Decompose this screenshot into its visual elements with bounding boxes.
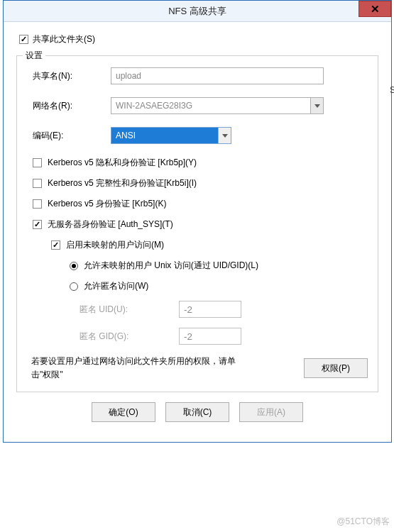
auth-krb5p-label[interactable]: Kerberos v5 隐私和身份验证 [Krb5p](Y) xyxy=(48,157,197,169)
ok-button[interactable]: 确定(O) xyxy=(92,402,155,422)
dialog-footer: 确定(O) 取消(C) 应用(A) xyxy=(16,392,378,432)
encoding-row: 编码(E): ANSI xyxy=(27,127,368,144)
share-name-row: 共享名(N): xyxy=(27,67,368,84)
radio-unix[interactable] xyxy=(70,262,78,270)
anon-gid-label: 匿名 GID(G): xyxy=(80,331,179,343)
close-icon: ✕ xyxy=(371,3,380,16)
auth-sys-label[interactable]: 无服务器身份验证 [Auth_SYS](T) xyxy=(48,218,173,231)
close-button[interactable]: ✕ xyxy=(359,1,391,17)
radio-unix-label[interactable]: 允许未映射的用户 Unix 访问(通过 UID/GID)(L) xyxy=(84,260,258,272)
network-name-dropdown-icon xyxy=(310,98,323,113)
share-folder-row: 共享此文件夹(S) xyxy=(19,33,378,45)
settings-fieldset: 设置 共享名(N): 网络名(R): WIN-2ASAEG28I3G 编码(E)… xyxy=(16,55,378,392)
encoding-value: ANSI xyxy=(111,128,218,143)
anon-uid-input xyxy=(179,301,241,318)
auth-krb5-row: Kerberos v5 身份验证 [Krb5](K) xyxy=(27,198,368,210)
radio-anon-row: 允许匿名访问(W) xyxy=(51,280,368,292)
network-name-combo: WIN-2ASAEG28I3G xyxy=(111,97,324,114)
anon-uid-row: 匿名 UID(U): xyxy=(51,301,368,318)
titlebar[interactable]: NFS 高级共享 ✕ xyxy=(4,1,391,22)
side-letter: S xyxy=(390,85,394,95)
auth-krb5-label[interactable]: Kerberos v5 身份验证 [Krb5](K) xyxy=(48,198,166,210)
auth-sys-checkbox[interactable] xyxy=(33,220,42,229)
window-title: NFS 高级共享 xyxy=(168,5,226,18)
share-name-input[interactable] xyxy=(111,67,324,84)
share-folder-checkbox[interactable] xyxy=(19,35,28,44)
auth-krb5p-row: Kerberos v5 隐私和身份验证 [Krb5p](Y) xyxy=(27,157,368,169)
auth-krb5p-checkbox[interactable] xyxy=(33,158,42,167)
watermark: @51CTO博客 xyxy=(336,516,390,528)
settings-legend: 设置 xyxy=(23,50,45,62)
unmapped-row: 启用未映射的用户访问(M) xyxy=(51,239,368,251)
auth-krb5-checkbox[interactable] xyxy=(33,199,42,209)
network-name-row: 网络名(R): WIN-2ASAEG28I3G xyxy=(27,97,368,114)
permissions-row: 若要设置用户通过网络访问此文件夹所用的权限，请单击"权限" 权限(P) xyxy=(27,355,368,382)
unmapped-label[interactable]: 启用未映射的用户访问(M) xyxy=(66,239,164,251)
anon-gid-row: 匿名 GID(G): xyxy=(51,328,368,345)
permissions-text: 若要设置用户通过网络访问此文件夹所用的权限，请单击"权限" xyxy=(31,355,251,382)
auth-krb5i-row: Kerberos v5 完整性和身份验证[Krb5i](I) xyxy=(27,177,368,189)
unmapped-block: 启用未映射的用户访问(M) 允许未映射的用户 Unix 访问(通过 UID/GI… xyxy=(27,239,368,345)
anon-gid-input xyxy=(179,328,241,345)
cancel-button[interactable]: 取消(C) xyxy=(165,402,229,422)
anon-uid-label: 匿名 UID(U): xyxy=(80,304,179,316)
share-folder-label[interactable]: 共享此文件夹(S) xyxy=(33,33,95,45)
auth-krb5i-checkbox[interactable] xyxy=(33,179,42,188)
encoding-combo[interactable]: ANSI xyxy=(111,127,231,144)
dialog-body: 共享此文件夹(S) 设置 共享名(N): 网络名(R): WIN-2ASAEG2… xyxy=(4,22,391,442)
apply-button: 应用(A) xyxy=(239,402,303,422)
auth-krb5i-label[interactable]: Kerberos v5 完整性和身份验证[Krb5i](I) xyxy=(48,177,197,189)
radio-anon-label[interactable]: 允许匿名访问(W) xyxy=(84,280,148,292)
unmapped-checkbox[interactable] xyxy=(51,240,60,250)
dialog-window: NFS 高级共享 ✕ 共享此文件夹(S) 设置 共享名(N): 网络名(R): … xyxy=(3,0,392,443)
permissions-button[interactable]: 权限(P) xyxy=(304,358,368,378)
share-name-label: 共享名(N): xyxy=(27,70,111,82)
encoding-label: 编码(E): xyxy=(27,130,111,142)
radio-anon[interactable] xyxy=(70,282,78,291)
auth-sys-row: 无服务器身份验证 [Auth_SYS](T) xyxy=(27,218,368,231)
network-name-value: WIN-2ASAEG28I3G xyxy=(111,98,310,113)
radio-unix-row: 允许未映射的用户 Unix 访问(通过 UID/GID)(L) xyxy=(51,260,368,272)
encoding-dropdown-icon[interactable] xyxy=(218,128,231,143)
network-name-label: 网络名(R): xyxy=(27,100,111,112)
